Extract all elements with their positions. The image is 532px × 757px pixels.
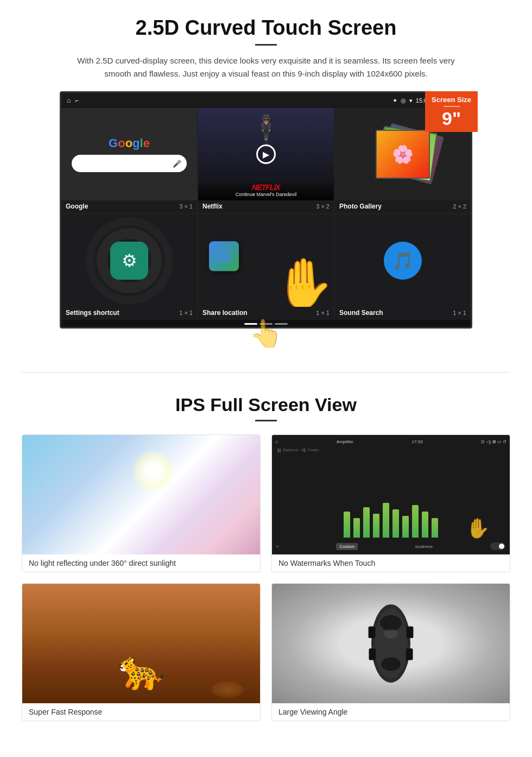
settings-app-name: Settings shortcut [66, 309, 119, 317]
wheel-fl [369, 627, 376, 639]
hand-pointing-icon: 🤚 [273, 255, 334, 307]
flower-icon: 🌸 [392, 144, 414, 165]
feature-card-amplifier: ⌂ Amplifier 17:33 ⊡ ◁) ⊠ ▭ ↺ ||| Balance… [271, 434, 510, 572]
netflix-figure: 🕴 ▶ NETFLIX Continue Marvel's Daredevil [198, 108, 334, 200]
settings-app-inner: ⚙ [61, 215, 197, 307]
amp-home-icon: ⌂ [275, 439, 278, 444]
netflix-subtitle: Continue Marvel's Daredevil [201, 192, 331, 197]
maps-icon-container: G [209, 241, 239, 271]
mic-icon: 🎤 [173, 160, 181, 168]
bluetooth-icon: ✦ [392, 97, 397, 104]
amp-touch-hand: ✋ [466, 517, 490, 540]
gallery-label-row: Photo Gallery 2 × 2 [335, 200, 471, 213]
section-divider [22, 372, 510, 373]
maps-g-letter: G [218, 247, 230, 266]
g-letter-6: e [143, 136, 150, 150]
wifi-icon: ▾ [409, 97, 413, 104]
gallery-app-name: Photo Gallery [339, 203, 382, 210]
sound-search-app-name: Sound Search [339, 309, 383, 317]
feature-image-grid: No light reflecting under 360° direct su… [22, 434, 510, 721]
amp-bottom-bar: « Custom loudness [275, 541, 506, 551]
section-ips-fullscreen: IPS Full Screen View No light reflecting… [0, 389, 532, 743]
netflix-logo: NETFLIX [201, 183, 331, 192]
section-curved-touch: 2.5D Curved Touch Screen With 2.5D curve… [0, 0, 532, 356]
google-app-name: Google [66, 203, 88, 210]
usb-icon: ⌐ [75, 97, 79, 104]
amp-controls-row: ||| Balance ◁) Fader [275, 446, 506, 453]
maps-icon: G [209, 241, 239, 271]
netflix-app-size: 3 × 2 [316, 203, 330, 210]
cheetah-emoji: 🐆 [118, 648, 165, 692]
sunlight-caption: No light reflecting under 360° direct su… [22, 554, 260, 572]
wheel-fr [407, 627, 414, 639]
eq-bar-4 [373, 514, 379, 538]
g-letter-4: g [132, 136, 140, 150]
screen-mockup: Screen Size 9" ⌂ ⌐ ✦ ◎ ▾ 1 [60, 91, 472, 329]
section1-description: With 2.5D curved-display screen, this de… [76, 54, 456, 80]
settings-app-size: 1 × 1 [179, 310, 193, 316]
eq-bar-1 [344, 512, 350, 538]
car-caption: Large Viewing Angle [272, 703, 510, 721]
amp-back-icon: « [276, 544, 278, 549]
eq-bar-10 [432, 518, 438, 538]
gallery-app-size: 2 × 2 [453, 203, 466, 210]
app-cell-share-location[interactable]: G 🤚 Share location 1 × 1 [198, 215, 334, 320]
eq-bar-8 [412, 505, 419, 538]
amplifier-caption: No Watermarks When Touch [272, 554, 510, 572]
toggle-knob [499, 544, 504, 549]
device-screen: ⌂ ⌐ ✦ ◎ ▾ 15:06 ⊡ ◁) ⊠ ▭ [60, 91, 472, 329]
wheel-rl [369, 648, 376, 660]
dust-effect [211, 682, 244, 698]
google-app-inner: G o o g l e 🎤 [61, 108, 197, 200]
screen-size-badge: Screen Size 9" [425, 91, 478, 132]
amp-icons: ⊡ ◁) ⊠ ▭ ↺ [481, 439, 506, 444]
app-cell-sound-search[interactable]: 🎵 Sound Search 1 × 1 [335, 215, 471, 320]
hood-highlight [384, 629, 397, 639]
g-letter-1: G [109, 136, 118, 150]
badge-label: Screen Size [432, 96, 471, 104]
amp-balance-label: Balance [283, 447, 299, 452]
badge-size: 9" [432, 109, 471, 128]
g-letter-3: o [125, 136, 132, 150]
eq-bar-9 [422, 512, 428, 538]
feature-card-car: Large Viewing Angle [271, 583, 510, 721]
section1-title: 2.5D Curved Touch Screen [33, 16, 499, 40]
amp-eq-area: ✋ [275, 455, 506, 540]
share-location-app-inner: G 🤚 [198, 215, 334, 307]
netflix-figure-icon: 🕴 [249, 113, 283, 145]
status-bar: ⌂ ⌐ ✦ ◎ ▾ 15:06 ⊡ ◁) ⊠ ▭ [61, 93, 471, 108]
amp-custom-button[interactable]: Custom [336, 543, 358, 550]
amplifier-image: ⌂ Amplifier 17:33 ⊡ ◁) ⊠ ▭ ↺ ||| Balance… [272, 435, 510, 554]
amp-eq-bars [344, 494, 438, 538]
amp-fader-label: Fader [308, 447, 319, 452]
status-left: ⌂ ⌐ [67, 97, 79, 104]
home-icon: ⌂ [67, 97, 71, 104]
car-image [272, 584, 510, 703]
share-location-app-size: 1 × 1 [316, 310, 330, 316]
sound-search-app-inner: 🎵 [335, 215, 471, 307]
car-top-view-svg [358, 595, 423, 692]
amp-eq-icon: ||| [277, 447, 281, 452]
netflix-overlay: NETFLIX Continue Marvel's Daredevil [198, 180, 334, 200]
title-underline [255, 44, 277, 46]
amp-loudness-label: loudness [415, 544, 433, 549]
location-icon: ◎ [401, 97, 406, 104]
touch-hand-icon: 👆 [249, 318, 283, 349]
google-app-size: 3 × 1 [179, 203, 193, 210]
amp-title: Amplifier [337, 439, 353, 444]
app-cell-google[interactable]: G o o g l e 🎤 [61, 108, 197, 213]
eq-bar-3 [363, 507, 370, 538]
amp-time: 17:33 [412, 439, 423, 444]
google-label-row: Google 3 × 1 [61, 200, 197, 213]
g-letter-2: o [118, 136, 125, 150]
google-search-bar[interactable]: 🎤 [72, 155, 187, 172]
amp-volume-icon: ◁) [301, 447, 306, 452]
amp-loudness-toggle[interactable] [490, 542, 505, 550]
app-cell-netflix[interactable]: 🕴 ▶ NETFLIX Continue Marvel's Daredevil … [198, 108, 334, 213]
netflix-play-button[interactable]: ▶ [256, 144, 276, 164]
eq-bar-2 [353, 518, 360, 538]
touch-hand-visual: 👆 [33, 318, 499, 350]
app-cell-settings[interactable]: ⚙ Settings shortcut 1 × 1 [61, 215, 197, 320]
cheetah-image: 🐆 [22, 584, 260, 703]
feature-card-sunlight: No light reflecting under 360° direct su… [22, 434, 261, 572]
